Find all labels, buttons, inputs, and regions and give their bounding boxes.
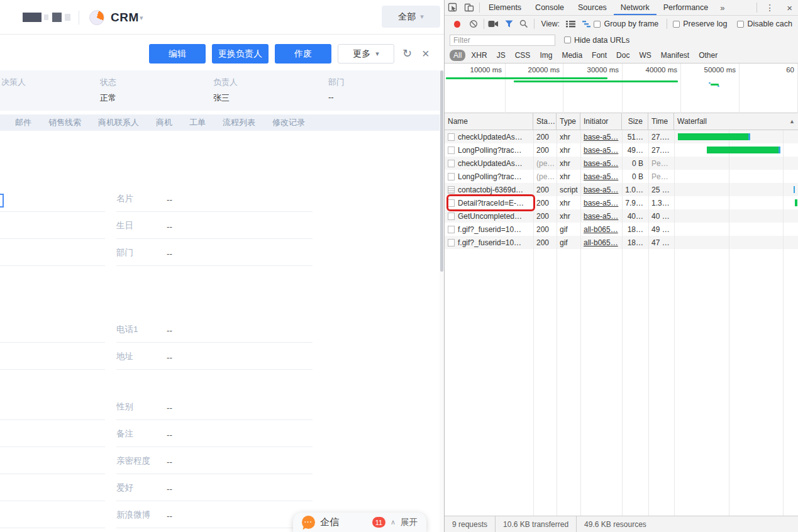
qixin-chat-widget[interactable]: ··· 企信 11 ∧ 展开 <box>293 513 426 532</box>
close-devtools-icon[interactable]: × <box>780 3 798 13</box>
crm-tab[interactable]: 销售线索 <box>48 117 81 128</box>
network-row[interactable]: LongPolling?trac…(pe…xhrbase-a5…0 BPe… <box>445 170 798 183</box>
initiator-link[interactable]: base-a5… <box>584 146 618 155</box>
form-field-label: 备注 <box>116 428 167 440</box>
column-header-time[interactable]: Time <box>648 113 674 130</box>
more-tabs-icon[interactable]: » <box>715 3 729 13</box>
cell-type: xhr <box>557 199 580 208</box>
hide-data-urls-checkbox[interactable] <box>564 36 571 43</box>
column-header-waterfall[interactable]: Waterfall▲ <box>674 113 798 130</box>
group-by-frame-checkbox[interactable] <box>594 21 601 28</box>
overview-gridline <box>505 64 506 113</box>
type-filter-doc[interactable]: Doc <box>612 50 633 61</box>
type-filter-img[interactable]: Img <box>536 50 556 61</box>
devtools-tab-performance[interactable]: Performance <box>657 0 716 15</box>
close-icon[interactable]: × <box>422 47 429 60</box>
column-header-initiator[interactable]: Initiator <box>580 113 622 130</box>
crm-tab[interactable]: 修改记录 <box>272 117 305 128</box>
cell-initiator[interactable]: all-b065… <box>580 225 622 234</box>
network-row[interactable]: f.gif?_fuserid=10…200gifall-b065…18…49 … <box>445 223 798 236</box>
crm-tab[interactable]: 流程列表 <box>223 117 255 128</box>
form-field-label: 部门 <box>116 247 167 258</box>
search-icon[interactable] <box>516 16 531 31</box>
network-row[interactable]: Detail?traceId=E-…200xhrbase-a5…7.9…1.3… <box>445 196 798 209</box>
form-field-value: -- <box>167 511 172 521</box>
column-header-name[interactable]: Name <box>445 113 533 130</box>
filter-funnel-icon[interactable] <box>501 16 516 31</box>
crm-tab[interactable]: 商机 <box>156 117 172 128</box>
column-header-type[interactable]: Type <box>557 113 580 130</box>
type-filter-js[interactable]: JS <box>493 50 509 61</box>
network-row[interactable]: GetUncompleted…200xhrbase-a5…40…40 … <box>445 209 798 223</box>
screenshot-camera-icon[interactable] <box>486 16 501 31</box>
crm-tab[interactable]: 商机联系人 <box>98 117 139 128</box>
cell-initiator[interactable]: base-a5… <box>580 186 622 194</box>
cell-initiator[interactable]: base-a5… <box>580 146 622 155</box>
type-filter-all[interactable]: All <box>450 50 465 61</box>
initiator-link[interactable]: base-a5… <box>584 159 618 168</box>
column-header-status[interactable]: Sta… <box>533 113 557 130</box>
cell-initiator[interactable]: base-a5… <box>580 212 622 221</box>
devtools-tab-network[interactable]: Network <box>614 0 657 15</box>
summary-field: 状态正常 <box>100 77 194 104</box>
kebab-menu-icon[interactable]: ⋮ <box>759 3 780 13</box>
type-filter-ws[interactable]: WS <box>635 50 655 61</box>
crm-tab[interactable]: 邮件 <box>15 117 31 128</box>
form-field-row: 爱好-- <box>116 474 313 501</box>
devtools-tab-sources[interactable]: Sources <box>571 0 614 15</box>
type-filter-other[interactable]: Other <box>695 50 721 61</box>
cell-initiator[interactable]: base-a5… <box>580 172 622 181</box>
initiator-link[interactable]: base-a5… <box>584 212 618 221</box>
change-owner-button[interactable]: 更换负责人 <box>212 44 269 64</box>
clear-icon[interactable] <box>466 16 481 31</box>
type-filter-font[interactable]: Font <box>588 50 611 61</box>
initiator-link[interactable]: all-b065… <box>584 238 618 247</box>
cell-size: 7.9… <box>622 199 648 208</box>
network-row[interactable]: checkUpdatedAs…200xhrbase-a5…51…27.… <box>445 130 798 143</box>
cell-time: 40 … <box>648 212 674 221</box>
form-field-row-clipped <box>0 185 105 212</box>
sort-ascending-icon[interactable]: ▲ <box>789 113 795 130</box>
network-overview-timeline[interactable]: 10000 ms20000 ms30000 ms40000 ms50000 ms… <box>445 64 798 113</box>
expand-label[interactable]: 展开 <box>401 517 418 528</box>
scrollbar-thumb[interactable] <box>440 70 443 272</box>
clipped-blue-element <box>0 194 4 208</box>
cell-initiator[interactable]: base-a5… <box>580 159 622 168</box>
network-row[interactable]: f.gif?_fuserid=10…200gifall-b065…18…47 … <box>445 236 798 249</box>
record-button[interactable] <box>454 21 460 28</box>
initiator-link[interactable]: base-a5… <box>584 172 618 181</box>
type-filter-css[interactable]: CSS <box>511 50 535 61</box>
network-row[interactable]: LongPolling?trac…200xhrbase-a5…49…27.… <box>445 143 798 157</box>
cell-type: xhr <box>557 212 580 221</box>
void-button[interactable]: 作废 <box>275 44 331 64</box>
network-row[interactable]: checkUpdatedAs…(pe…xhrbase-a5…0 BPe… <box>445 157 798 170</box>
disable-cache-checkbox[interactable] <box>737 21 744 28</box>
column-header-size[interactable]: Size <box>622 113 648 130</box>
edit-button[interactable]: 编辑 <box>149 44 206 64</box>
type-filter-media[interactable]: Media <box>558 50 586 61</box>
preserve-log-checkbox[interactable] <box>673 21 680 28</box>
inspect-element-icon[interactable] <box>445 0 461 15</box>
type-filter-xhr[interactable]: XHR <box>467 50 490 61</box>
devtools-tab-console[interactable]: Console <box>528 0 571 15</box>
device-toolbar-icon[interactable] <box>461 0 477 15</box>
network-row[interactable]: contactobj-6369d…200scriptbase-a5…1.0…25… <box>445 183 798 196</box>
chevron-down-icon[interactable]: ▾ <box>140 14 143 22</box>
more-button[interactable]: 更多 ▾ <box>338 44 394 64</box>
list-view-icon[interactable] <box>563 16 579 31</box>
scope-filter-button[interactable]: 全部 ▾ <box>382 6 440 28</box>
initiator-link[interactable]: all-b065… <box>584 225 618 234</box>
waterfall-view-icon[interactable] <box>579 16 594 31</box>
more-label: 更多 <box>353 48 370 60</box>
devtools-tab-elements[interactable]: Elements <box>482 0 528 15</box>
initiator-link[interactable]: base-a5… <box>584 186 618 194</box>
cell-initiator[interactable]: all-b065… <box>580 238 622 247</box>
filter-input[interactable] <box>450 35 555 46</box>
initiator-link[interactable]: base-a5… <box>584 199 618 208</box>
cell-initiator[interactable]: base-a5… <box>580 199 622 208</box>
crm-tab[interactable]: 工单 <box>189 117 206 128</box>
initiator-link[interactable]: base-a5… <box>584 133 618 141</box>
refresh-icon[interactable]: ↻ <box>402 47 412 60</box>
type-filter-manifest[interactable]: Manifest <box>657 50 693 61</box>
cell-initiator[interactable]: base-a5… <box>580 133 622 141</box>
